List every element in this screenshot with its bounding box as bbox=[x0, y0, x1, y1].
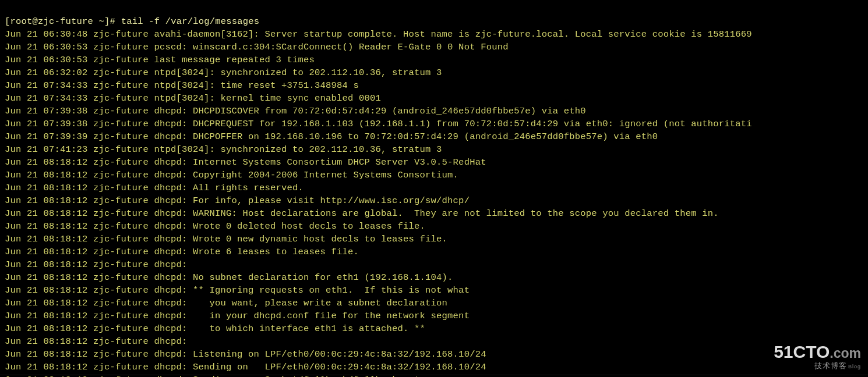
log-line: Jun 21 08:18:12 zjc-future dhcpd: Copyri… bbox=[5, 169, 863, 182]
log-line: Jun 21 08:18:12 zjc-future dhcpd: Wrote … bbox=[5, 246, 863, 258]
log-line: Jun 21 08:18:12 zjc-future dhcpd: in you… bbox=[5, 310, 863, 322]
prompt-user: root bbox=[10, 16, 33, 27]
terminal-output[interactable]: [root@zjc-future ~]# tail -f /var/log/me… bbox=[0, 0, 868, 377]
log-line: Jun 21 08:18:12 zjc-future dhcpd: WARNIN… bbox=[5, 207, 863, 220]
log-line: Jun 21 07:39:39 zjc-future dhcpd: DHCPOF… bbox=[5, 130, 863, 143]
log-line: Jun 21 06:32:02 zjc-future ntpd[3024]: s… bbox=[5, 66, 863, 79]
log-line: Jun 21 08:18:12 zjc-future dhcpd: Sendin… bbox=[5, 374, 863, 377]
log-line: Jun 21 08:18:12 zjc-future dhcpd: Wrote … bbox=[5, 233, 863, 246]
log-lines-container: Jun 21 06:30:48 zjc-future avahi-daemon[… bbox=[5, 28, 863, 377]
log-line: Jun 21 08:18:12 zjc-future dhcpd: For in… bbox=[5, 194, 863, 207]
log-line: Jun 21 06:30:53 zjc-future last message … bbox=[5, 54, 863, 66]
log-line: Jun 21 08:18:12 zjc-future dhcpd: Listen… bbox=[5, 348, 863, 361]
shell-prompt: [root@zjc-future ~]# tail -f /var/log/me… bbox=[5, 16, 259, 27]
prompt-cwd: ~ bbox=[99, 16, 105, 27]
log-line: Jun 21 08:18:12 zjc-future dhcpd: you wa… bbox=[5, 297, 863, 310]
command-text: tail -f /var/log/messages bbox=[121, 16, 260, 27]
log-line: Jun 21 08:18:12 zjc-future dhcpd: bbox=[5, 258, 863, 271]
prompt-symbol: # bbox=[110, 16, 116, 27]
log-line: Jun 21 08:18:12 zjc-future dhcpd: All ri… bbox=[5, 182, 863, 194]
log-line: Jun 21 06:30:48 zjc-future avahi-daemon[… bbox=[5, 28, 863, 41]
log-line: Jun 21 08:18:12 zjc-future dhcpd: Sendin… bbox=[5, 361, 863, 374]
prompt-host: zjc-future bbox=[38, 16, 93, 27]
log-line: Jun 21 08:18:12 zjc-future dhcpd: ** Ign… bbox=[5, 284, 863, 297]
log-line: Jun 21 08:18:12 zjc-future dhcpd: Wrote … bbox=[5, 220, 863, 233]
log-line: Jun 21 07:34:33 zjc-future ntpd[3024]: k… bbox=[5, 92, 863, 105]
log-line: Jun 21 07:41:23 zjc-future ntpd[3024]: s… bbox=[5, 143, 863, 156]
log-line: Jun 21 07:34:33 zjc-future ntpd[3024]: t… bbox=[5, 79, 863, 92]
log-line: Jun 21 08:18:12 zjc-future dhcpd: bbox=[5, 335, 863, 348]
log-line: Jun 21 07:39:38 zjc-future dhcpd: DHCPDI… bbox=[5, 105, 863, 118]
log-line: Jun 21 07:39:38 zjc-future dhcpd: DHCPRE… bbox=[5, 118, 863, 130]
log-line: Jun 21 08:18:12 zjc-future dhcpd: to whi… bbox=[5, 322, 863, 335]
log-line: Jun 21 08:18:12 zjc-future dhcpd: No sub… bbox=[5, 271, 863, 284]
bottom-divider bbox=[0, 375, 868, 375]
log-line: Jun 21 08:18:12 zjc-future dhcpd: Intern… bbox=[5, 156, 863, 169]
log-line: Jun 21 06:30:53 zjc-future pcscd: winsca… bbox=[5, 41, 863, 54]
